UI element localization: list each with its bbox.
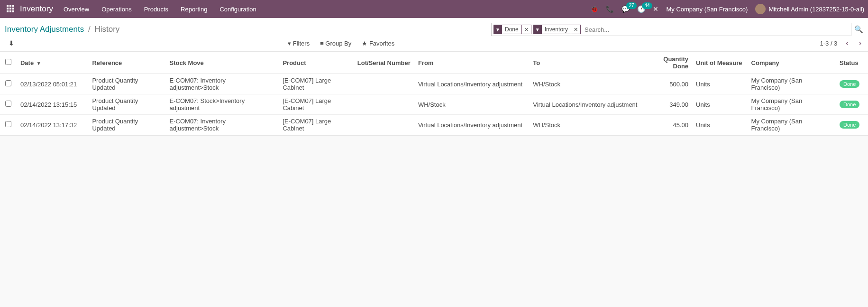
- cell-reference: Product Quantity Updated: [88, 94, 165, 115]
- cell-product: [E-COM07] Large Cabinet: [279, 115, 353, 135]
- cell-status: Done: [836, 74, 868, 94]
- cell-lot: [354, 115, 414, 135]
- column-product[interactable]: Product: [279, 52, 353, 74]
- cell-stock-move: E-COM07: Inventory adjustment>Stock: [166, 74, 279, 94]
- list-view: Date ▼ Reference Stock Move Product Lot/…: [0, 52, 868, 136]
- company-switcher[interactable]: My Company (San Francisco): [666, 6, 748, 13]
- user-name: Mitchell Admin (12837252-15-0-all): [768, 6, 864, 13]
- pager: 1-3 / 3 ‹ ›: [820, 39, 863, 47]
- favorites-button[interactable]: ★ Favorites: [362, 40, 394, 47]
- pager-prev[interactable]: ‹: [844, 39, 850, 47]
- activity-badge: 44: [642, 2, 652, 9]
- status-badge: Done: [840, 101, 859, 108]
- cell-stock-move: E-COM07: Inventory adjustment>Stock: [166, 115, 279, 135]
- messages-icon[interactable]: 💬27: [621, 5, 630, 13]
- cell-uom: Units: [692, 94, 748, 115]
- control-panel: Inventory Adjustments / History ▼ Done ✕…: [0, 18, 868, 52]
- nav-right: 🐞 📞 💬27 🕐44 ✕ My Company (San Francisco)…: [590, 4, 864, 14]
- top-nav: Inventory Overview Operations Products R…: [0, 0, 868, 18]
- facet-remove[interactable]: ✕: [522, 25, 531, 34]
- cell-lot: [354, 94, 414, 115]
- cell-status: Done: [836, 115, 868, 135]
- facet-label: Done: [502, 25, 522, 34]
- pager-next[interactable]: ›: [857, 39, 863, 47]
- cell-date: 02/13/2022 05:01:21: [17, 74, 88, 94]
- cell-reference: Product Quantity Updated: [88, 74, 165, 94]
- cell-uom: Units: [692, 74, 748, 94]
- activity-icon[interactable]: 🕐44: [637, 5, 645, 13]
- column-date[interactable]: Date ▼: [17, 52, 88, 74]
- menu-configuration[interactable]: Configuration: [219, 6, 256, 13]
- cell-date: 02/14/2022 13:17:32: [17, 115, 88, 135]
- nav-menus: Overview Operations Products Reporting C…: [64, 6, 256, 13]
- column-from[interactable]: From: [414, 52, 529, 74]
- search-options: ▾ Filters ≡ Group By ★ Favorites: [288, 40, 546, 47]
- debug-icon[interactable]: 🐞: [590, 5, 598, 13]
- column-to[interactable]: To: [529, 52, 645, 74]
- close-icon[interactable]: ✕: [653, 5, 658, 13]
- search-box[interactable]: ▼ Done ✕ ▼ Inventory ✕: [491, 23, 851, 36]
- cell-from: Virtual Locations/Inventory adjustment: [414, 115, 529, 135]
- column-lot[interactable]: Lot/Serial Number: [354, 52, 414, 74]
- cell-from: Virtual Locations/Inventory adjustment: [414, 74, 529, 94]
- cell-stock-move: E-COM07: Stock>Inventory adjustment: [166, 94, 279, 115]
- cell-company: My Company (San Francisco): [748, 115, 836, 135]
- pager-text[interactable]: 1-3 / 3: [820, 40, 837, 47]
- cell-reference: Product Quantity Updated: [88, 115, 165, 135]
- cell-to: Virtual Locations/Inventory adjustment: [529, 94, 645, 115]
- cell-to: WH/Stock: [529, 74, 645, 94]
- table-row[interactable]: 02/14/2022 13:17:32Product Quantity Upda…: [0, 115, 868, 135]
- menu-reporting[interactable]: Reporting: [181, 6, 207, 13]
- cell-status: Done: [836, 94, 868, 115]
- menu-products[interactable]: Products: [144, 6, 168, 13]
- cell-qty: 349.00: [645, 94, 692, 115]
- filter-icon: ▼: [533, 25, 542, 34]
- status-badge: Done: [840, 121, 859, 129]
- row-checkbox[interactable]: [5, 121, 11, 127]
- menu-overview[interactable]: Overview: [64, 6, 89, 13]
- cell-product: [E-COM07] Large Cabinet: [279, 74, 353, 94]
- row-checkbox[interactable]: [5, 80, 11, 86]
- row-checkbox[interactable]: [5, 101, 11, 107]
- groupby-label: Group By: [325, 40, 351, 47]
- cell-qty: 500.00: [645, 74, 692, 94]
- facet-remove[interactable]: ✕: [571, 25, 581, 34]
- filters-button[interactable]: ▾ Filters: [288, 40, 310, 47]
- app-brand[interactable]: Inventory: [20, 4, 53, 14]
- cell-product: [E-COM07] Large Cabinet: [279, 94, 353, 115]
- breadcrumb-current: History: [94, 25, 119, 34]
- cell-qty: 45.00: [645, 115, 692, 135]
- column-stock-move[interactable]: Stock Move: [166, 52, 279, 74]
- search-facet-done: ▼ Done ✕: [493, 25, 531, 34]
- column-status[interactable]: Status: [836, 52, 868, 74]
- select-all-checkbox[interactable]: [5, 59, 11, 65]
- table-header-row: Date ▼ Reference Stock Move Product Lot/…: [0, 52, 868, 74]
- column-company[interactable]: Company: [748, 52, 836, 74]
- menu-operations[interactable]: Operations: [101, 6, 132, 13]
- groupby-button[interactable]: ≡ Group By: [320, 40, 351, 47]
- export-button[interactable]: ⬇: [9, 39, 14, 47]
- facet-label: Inventory: [542, 25, 571, 34]
- breadcrumb-sep: /: [88, 25, 91, 34]
- avatar: [755, 4, 766, 14]
- sort-caret-icon: ▼: [37, 61, 41, 66]
- cell-uom: Units: [692, 115, 748, 135]
- search-icon[interactable]: 🔍: [854, 25, 863, 34]
- column-reference[interactable]: Reference: [88, 52, 165, 74]
- table-row[interactable]: 02/13/2022 05:01:21Product Quantity Upda…: [0, 74, 868, 94]
- user-menu[interactable]: Mitchell Admin (12837252-15-0-all): [755, 4, 864, 14]
- cell-company: My Company (San Francisco): [748, 74, 836, 94]
- cell-from: WH/Stock: [414, 94, 529, 115]
- search-input[interactable]: [583, 26, 849, 33]
- column-uom[interactable]: Unit of Measure: [692, 52, 748, 74]
- table-row[interactable]: 02/14/2022 13:15:15Product Quantity Upda…: [0, 94, 868, 115]
- cell-company: My Company (San Francisco): [748, 94, 836, 115]
- phone-icon[interactable]: 📞: [606, 5, 614, 13]
- favorites-label: Favorites: [369, 40, 394, 47]
- search-facet-inventory: ▼ Inventory ✕: [533, 25, 581, 34]
- filters-label: Filters: [293, 40, 310, 47]
- column-qty[interactable]: Quantity Done: [645, 52, 692, 74]
- apps-icon[interactable]: [7, 5, 15, 13]
- breadcrumb-parent[interactable]: Inventory Adjustments: [5, 25, 84, 34]
- status-badge: Done: [840, 80, 859, 88]
